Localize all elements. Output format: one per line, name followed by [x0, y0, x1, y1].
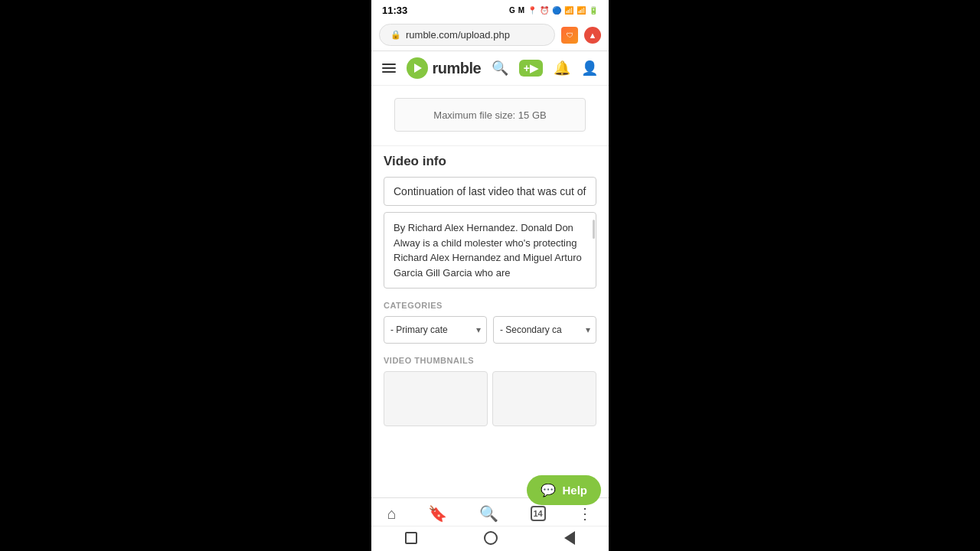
- hamburger-menu[interactable]: [382, 64, 396, 73]
- alarm-icon: ⏰: [540, 6, 549, 15]
- address-bar: 🔒 rumble.com/upload.php 🛡 ▲: [371, 19, 609, 51]
- google-icon: G: [509, 6, 515, 15]
- rumble-logo[interactable]: rumble: [407, 57, 482, 79]
- tabs-button[interactable]: 14: [531, 506, 546, 521]
- search-icon[interactable]: 🔍: [492, 60, 508, 77]
- gmail-icon: M: [518, 6, 524, 15]
- help-chat-icon: 💬: [541, 483, 556, 497]
- location-icon: 📍: [528, 6, 537, 15]
- help-label: Help: [562, 484, 587, 497]
- bluetooth-icon: 🔵: [552, 6, 561, 15]
- description-wrapper: By Richard Alex Hernandez. Donald Don Al…: [384, 212, 596, 289]
- rumble-logo-icon: [407, 57, 428, 79]
- home-android-button[interactable]: [484, 531, 498, 545]
- thumbnails-section: VIDEO THUMBNAILS: [371, 348, 609, 431]
- file-size-text: Maximum file size: 15 GB: [433, 109, 546, 121]
- home-button[interactable]: ⌂: [387, 505, 397, 523]
- back-button[interactable]: [564, 531, 575, 545]
- lock-icon: 🔒: [390, 30, 401, 40]
- primary-category-wrapper: - Primary cate News Entertainment Sports: [384, 316, 487, 344]
- secondary-category-wrapper: - Secondary ca News Entertainment Sports: [493, 316, 596, 344]
- categories-label: CATEGORIES: [384, 301, 596, 310]
- categories-row: - Primary cate News Entertainment Sports…: [384, 316, 596, 344]
- status-bar: 11:33 G M 📍 ⏰ 🔵 📶 📶 🔋: [371, 0, 609, 19]
- bookmark-button[interactable]: 🔖: [428, 504, 447, 523]
- description-value: By Richard Alex Hernandez. Donald Don Al…: [394, 222, 582, 279]
- tab-count: 14: [531, 506, 546, 521]
- android-nav: [371, 526, 609, 551]
- thumbnail-box-2[interactable]: [492, 371, 596, 426]
- user-icon[interactable]: 👤: [581, 60, 598, 77]
- battery-icon: 🔋: [589, 6, 598, 15]
- secondary-category-select[interactable]: - Secondary ca News Entertainment Sports: [493, 316, 596, 344]
- url-text: rumble.com/upload.php: [406, 29, 510, 41]
- rumble-nav: rumble 🔍 +▶ 🔔 👤: [371, 51, 609, 86]
- add-video-button[interactable]: +▶: [519, 60, 543, 77]
- warning-icon[interactable]: ▲: [584, 27, 601, 44]
- help-button[interactable]: 💬 Help: [527, 475, 601, 505]
- video-title-value: Continuation of last video that was cut …: [394, 185, 586, 197]
- recents-button[interactable]: [405, 532, 417, 544]
- description-textarea[interactable]: By Richard Alex Hernandez. Donald Don Al…: [384, 212, 596, 289]
- svg-marker-0: [414, 64, 422, 73]
- categories-section: CATEGORIES - Primary cate News Entertain…: [371, 293, 609, 348]
- more-menu-button[interactable]: ⋮: [577, 504, 593, 523]
- thumbnails-label: VIDEO THUMBNAILS: [384, 356, 596, 365]
- video-info-section: Video info Continuation of last video th…: [371, 146, 609, 293]
- file-upload-box: Maximum file size: 15 GB: [394, 98, 586, 132]
- status-time: 11:33: [382, 5, 407, 16]
- url-input[interactable]: 🔒 rumble.com/upload.php: [379, 24, 555, 46]
- nav-icons: 🔍 +▶ 🔔 👤: [492, 60, 598, 77]
- primary-category-select[interactable]: - Primary cate News Entertainment Sports: [384, 316, 487, 344]
- video-title-input[interactable]: Continuation of last video that was cut …: [384, 177, 596, 206]
- bell-icon[interactable]: 🔔: [554, 60, 570, 77]
- wifi-icon: 📶: [564, 6, 573, 15]
- search-button[interactable]: 🔍: [479, 504, 498, 523]
- status-icons: G M 📍 ⏰ 🔵 📶 📶 🔋: [509, 6, 598, 15]
- thumbnail-box-1[interactable]: [384, 371, 488, 426]
- brave-shield-icon[interactable]: 🛡: [561, 27, 578, 44]
- file-size-area: Maximum file size: 15 GB: [371, 86, 609, 146]
- thumbnails-row: [384, 371, 596, 426]
- main-content: Maximum file size: 15 GB Video info Cont…: [371, 86, 609, 497]
- video-info-title: Video info: [384, 154, 596, 169]
- rumble-logo-text: rumble: [433, 60, 482, 77]
- signal-icon: 📶: [577, 6, 586, 15]
